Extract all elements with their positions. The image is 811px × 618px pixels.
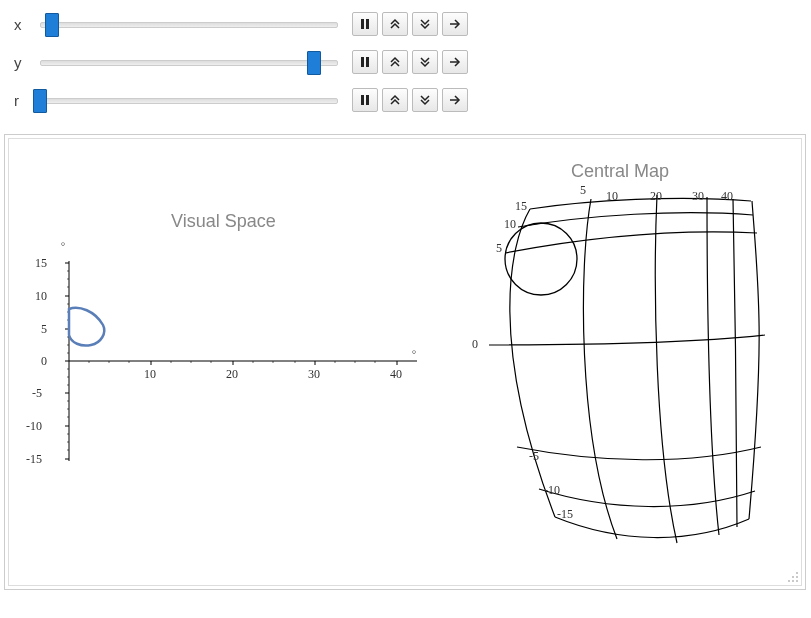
svg-point-53 (792, 576, 794, 578)
slider-row-x: x (6, 10, 809, 38)
svg-point-55 (788, 580, 790, 582)
xtick-40: 40 (390, 367, 402, 382)
slider-controls-y (352, 50, 468, 74)
az-10: 10 (606, 189, 618, 204)
pause-button[interactable] (352, 12, 378, 36)
slider-thumb-r[interactable] (33, 89, 47, 113)
slider-y[interactable] (40, 51, 338, 73)
el-0: 0 (472, 337, 478, 352)
xtick-20: 20 (226, 367, 238, 382)
chevron-double-up-icon (388, 55, 402, 69)
slider-row-y: y (6, 48, 809, 76)
svg-point-56 (792, 580, 794, 582)
xtick-10: 10 (144, 367, 156, 382)
svg-rect-7 (366, 95, 369, 105)
chevron-double-down-icon (418, 93, 432, 107)
slider-row-r: r (6, 86, 809, 114)
xtick-30: 30 (308, 367, 320, 382)
svg-rect-4 (366, 57, 369, 67)
az-5: 5 (580, 183, 586, 198)
svg-point-57 (796, 580, 798, 582)
plot-title-right: Central Map (571, 161, 669, 182)
slider-thumb-x[interactable] (45, 13, 59, 37)
slower-button[interactable] (412, 50, 438, 74)
arrow-right-icon (448, 17, 462, 31)
play-button[interactable] (442, 88, 468, 112)
central-map-plot (469, 185, 789, 565)
slider-controls-x (352, 12, 468, 36)
el-n10: -10 (544, 483, 560, 498)
play-button[interactable] (442, 12, 468, 36)
chevron-double-up-icon (388, 17, 402, 31)
visual-space-plot (47, 251, 427, 471)
slower-button[interactable] (412, 12, 438, 36)
pause-button[interactable] (352, 50, 378, 74)
svg-point-52 (796, 572, 798, 574)
el-n15: -15 (557, 507, 573, 522)
faster-button[interactable] (382, 50, 408, 74)
slider-r[interactable] (40, 89, 338, 111)
play-button[interactable] (442, 50, 468, 74)
slider-rail (40, 98, 338, 104)
svg-rect-6 (361, 95, 364, 105)
az-40: 40 (721, 189, 733, 204)
pause-icon (358, 55, 372, 69)
el-15: 15 (515, 199, 527, 214)
pause-icon (358, 93, 372, 107)
slider-label-x: x (6, 16, 40, 33)
plot-title-left: Visual Space (171, 211, 276, 232)
slider-rail (40, 22, 338, 28)
faster-button[interactable] (382, 12, 408, 36)
az-20: 20 (650, 189, 662, 204)
el-5: 5 (496, 241, 502, 256)
y-unit-deg: ° (61, 241, 65, 252)
ytick-10: 10 (35, 289, 47, 304)
chevron-double-up-icon (388, 93, 402, 107)
svg-point-54 (796, 576, 798, 578)
slider-label-y: y (6, 54, 40, 71)
svg-rect-0 (361, 19, 364, 29)
az-30: 30 (692, 189, 704, 204)
slider-thumb-y[interactable] (307, 51, 321, 75)
ytick-0: 0 (41, 354, 47, 369)
chevron-double-down-icon (418, 17, 432, 31)
resize-grip-icon[interactable] (787, 571, 799, 583)
arrow-right-icon (448, 93, 462, 107)
el-n5: -5 (529, 449, 539, 464)
arrow-right-icon (448, 55, 462, 69)
slider-panel: x y (4, 4, 809, 134)
ytick-n10: -10 (26, 419, 42, 434)
chevron-double-down-icon (418, 55, 432, 69)
pause-icon (358, 17, 372, 31)
slider-x[interactable] (40, 13, 338, 35)
ytick-n5: -5 (32, 386, 42, 401)
faster-button[interactable] (382, 88, 408, 112)
ytick-n15: -15 (26, 452, 42, 467)
mapped-stimulus-circle (505, 223, 577, 295)
ytick-5: 5 (41, 322, 47, 337)
pause-button[interactable] (352, 88, 378, 112)
ytick-15: 15 (35, 256, 47, 271)
svg-rect-1 (366, 19, 369, 29)
el-10: 10 (504, 217, 516, 232)
output-panel-inner: Visual Space (8, 138, 802, 586)
output-panel: Visual Space (4, 134, 806, 590)
stimulus-curve (69, 308, 104, 346)
x-unit-deg: ° (412, 349, 416, 360)
slider-controls-r (352, 88, 468, 112)
svg-rect-3 (361, 57, 364, 67)
slider-rail (40, 60, 338, 66)
slower-button[interactable] (412, 88, 438, 112)
